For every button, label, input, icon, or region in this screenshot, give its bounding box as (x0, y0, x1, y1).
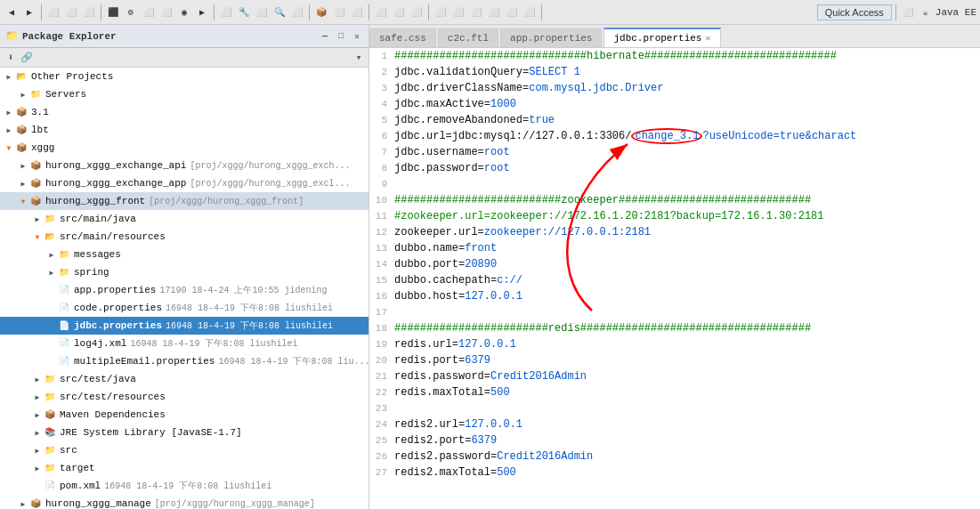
tree-item-src-main-resources[interactable]: ▼ 📂 src/main/resources (0, 228, 369, 246)
line-content (394, 400, 980, 416)
toolbar-icon-28[interactable]: ⬜ (522, 4, 538, 20)
toolbar-icon-15[interactable]: 🔍 (271, 4, 288, 20)
toolbar-icon-23[interactable]: ⬜ (433, 4, 449, 20)
line-content: redis.url=127.0.0.1 (394, 336, 980, 352)
toolbar-icon-14[interactable]: ⬜ (254, 4, 270, 20)
tree-item-app-props[interactable]: ▶ 📄 app.properties 17190 18-4-24 上午10:55… (0, 281, 369, 299)
maximize-icon[interactable]: □ (335, 30, 347, 43)
file-icon: 📄 (57, 336, 71, 351)
menu-icon[interactable]: ▾ (352, 52, 365, 64)
tree-item-target[interactable]: ▶ 📁 target (0, 459, 369, 477)
code-line: 9 (369, 176, 980, 192)
expand-icon: ▶ (18, 160, 28, 171)
line-content: redis2.maxTotal=500 (394, 465, 980, 481)
toolbar-icon-10[interactable]: ◉ (176, 4, 192, 20)
expand-icon: ▶ (4, 107, 14, 117)
tab-close-icon[interactable]: ✕ (705, 33, 710, 44)
toolbar-icon-12[interactable]: ⬜ (218, 4, 234, 20)
sep-2 (101, 4, 101, 20)
toolbar-icon-2[interactable]: ▶ (21, 4, 37, 20)
tree-item-src-test-java[interactable]: ▶ 📁 src/test/java (0, 370, 369, 388)
toolbar-icon-17[interactable]: 📦 (313, 4, 329, 20)
line-number: 12 (369, 224, 394, 240)
tree-label: messages (74, 249, 121, 260)
line-number: 11 (369, 208, 394, 224)
tree-item-log4j[interactable]: ▶ 📄 log4j.xml 16948 18-4-19 下午8:08 liush… (0, 335, 369, 352)
toolbar-icon-19[interactable]: ⬜ (349, 4, 365, 20)
toolbar-icon-27[interactable]: ⬜ (504, 4, 520, 20)
tab-jdbc-properties[interactable]: jdbc.properties ✕ (603, 28, 720, 47)
tree-label: hurong_xggg_exchange_api (45, 160, 186, 171)
tab-app-properties[interactable]: app.properties (500, 28, 602, 47)
toolbar-icon-20[interactable]: ⬜ (373, 4, 389, 20)
tab-safe-css[interactable]: safe.css (369, 28, 436, 47)
collapse-all-icon[interactable]: ⬇ (4, 51, 18, 65)
tree-meta: 16948 18-4-19 下午8:08 liu... (218, 355, 369, 368)
toolbar-icon-6[interactable]: ⬛ (105, 4, 121, 20)
tree-item-jre[interactable]: ▶ 📚 JRE System Library [JavaSE-1.7] (0, 424, 369, 441)
folder-icon: 📚 (43, 425, 57, 440)
toolbar-icon-29[interactable]: ⬜ (900, 4, 916, 20)
tab-c2c-ftl[interactable]: c2c.ftl (438, 28, 498, 47)
tree-item-spring[interactable]: ▶ 📁 spring (0, 263, 369, 281)
file-icon: 📄 (57, 319, 71, 333)
tree-item-front[interactable]: ▼ 📦 hurong_xggg_front [proj/xggg/hurong_… (0, 192, 369, 210)
tree-item-src-test-resources[interactable]: ▶ 📁 src/test/resources (0, 388, 369, 406)
quick-access-button[interactable]: Quick Access (817, 4, 892, 20)
tree-item-jdbc-props[interactable]: ▶ 📄 jdbc.properties 16948 18-4-19 下午8:08… (0, 317, 369, 335)
toolbar-icon-3[interactable]: ⬜ (45, 4, 61, 20)
toolbar-icon-18[interactable]: ⬜ (331, 4, 347, 20)
tree-item-exchange-api[interactable]: ▶ 📦 hurong_xggg_exchange_api [proj/xggg/… (0, 157, 369, 174)
toolbar-icon-11[interactable]: ▶ (194, 4, 210, 20)
tree-item-other-projects[interactable]: ▶ 📂 Other Projects (0, 68, 369, 85)
tree-item-src[interactable]: ▶ 📁 src (0, 441, 369, 459)
tree-item-3-1[interactable]: ▶ 📦 3.1 (0, 103, 369, 121)
toolbar-icon-25[interactable]: ⬜ (468, 4, 484, 20)
line-content: dubbo.host=127.0.0.1 (394, 288, 980, 304)
toolbar-icon-30[interactable]: ☕ (918, 4, 934, 20)
tree-label: Other Projects (31, 71, 113, 82)
tree-label: pom.xml (60, 481, 101, 491)
tree-item-messages[interactable]: ▶ 📁 messages (0, 246, 369, 263)
line-number: 8 (369, 160, 394, 176)
tree-item-multiple-email[interactable]: ▶ 📄 multipleEmail.properties 16948 18-4-… (0, 352, 369, 370)
tree-label: hurong_xggg_manage (45, 498, 151, 509)
tab-label: app.properties (510, 33, 592, 44)
tree-item-pom[interactable]: ▶ 📄 pom.xml 16948 18-4-19 下午8:08 liushil… (0, 477, 369, 495)
code-line: 11 #zookeeper.url=zookeeper://172.16.1.2… (369, 208, 980, 224)
tree-item-xggg[interactable]: ▼ 📦 xggg (0, 139, 369, 157)
line-content: dubbo.port=20890 (394, 256, 980, 272)
line-number: 17 (369, 304, 394, 320)
toolbar-icon-4[interactable]: ⬜ (63, 4, 79, 20)
tree-item-lbt[interactable]: ▶ 📦 lbt (0, 121, 369, 139)
toolbar-icon-22[interactable]: ⬜ (409, 4, 425, 20)
line-number: 2 (369, 64, 394, 80)
minimize-icon[interactable]: — (319, 30, 331, 43)
toolbar-icon-24[interactable]: ⬜ (450, 4, 466, 20)
line-number: 24 (369, 416, 394, 432)
toolbar-icon-16[interactable]: ⬜ (289, 4, 305, 20)
tree-label: log4j.xml (74, 338, 126, 349)
code-editor[interactable]: 1 ##############################hibernat… (369, 48, 980, 509)
sep-1 (41, 4, 42, 20)
toolbar-icon-9[interactable]: ⬜ (158, 4, 174, 20)
tree-item-servers[interactable]: ▶ 📁 Servers (0, 85, 369, 103)
sep-8 (895, 4, 896, 20)
tree-item-exchange-app[interactable]: ▶ 📦 hurong_xggg_exchange_app [proj/xggg/… (0, 174, 369, 192)
link-with-editor-icon[interactable]: 🔗 (20, 51, 34, 65)
toolbar-icon-13[interactable]: 🔧 (236, 4, 252, 20)
tree-item-manage[interactable]: ▶ 📦 hurong_xggg_manage [proj/xggg/hurong… (0, 495, 369, 509)
code-line: 26 redis2.password=Credit2016Admin (369, 448, 980, 465)
tree-item-src-main-java[interactable]: ▶ 📁 src/main/java (0, 210, 369, 228)
line-number: 14 (369, 256, 394, 272)
close-panel-icon[interactable]: ✕ (351, 30, 363, 43)
toolbar-icon-26[interactable]: ⬜ (486, 4, 502, 20)
tree-item-code-props[interactable]: ▶ 📄 code.properties 16948 18-4-19 下午8:08… (0, 299, 369, 317)
tree-item-maven-deps[interactable]: ▶ 📦 Maven Dependencies (0, 406, 369, 424)
toolbar-icon-8[interactable]: ⬜ (141, 4, 157, 20)
toolbar-icon-1[interactable]: ◀ (4, 4, 20, 20)
toolbar-icon-5[interactable]: ⬜ (81, 4, 97, 20)
expand-icon: ▶ (32, 409, 43, 420)
toolbar-icon-21[interactable]: ⬜ (391, 4, 407, 20)
toolbar-icon-7[interactable]: ⚙ (123, 4, 139, 20)
